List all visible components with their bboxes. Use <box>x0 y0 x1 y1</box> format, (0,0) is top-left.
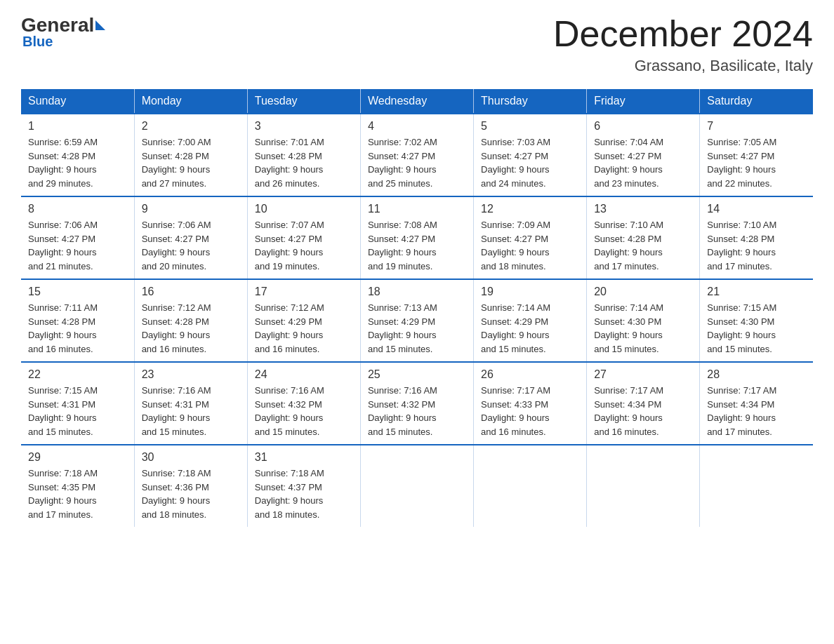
day-number: 13 <box>594 203 692 215</box>
day-info: Sunrise: 7:07 AMSunset: 4:27 PMDaylight:… <box>255 218 353 273</box>
page-header: General Blue December 2024 Grassano, Bas… <box>21 14 813 75</box>
calendar-day-cell: 9Sunrise: 7:06 AMSunset: 4:27 PMDaylight… <box>134 196 247 279</box>
day-info: Sunrise: 7:12 AMSunset: 4:29 PMDaylight:… <box>255 301 353 356</box>
day-info: Sunrise: 7:16 AMSunset: 4:31 PMDaylight:… <box>142 384 240 438</box>
day-number: 20 <box>594 286 692 298</box>
calendar-table: Sunday Monday Tuesday Wednesday Thursday… <box>21 89 813 527</box>
calendar-day-cell: 23Sunrise: 7:16 AMSunset: 4:31 PMDayligh… <box>134 362 247 445</box>
calendar-day-cell: 17Sunrise: 7:12 AMSunset: 4:29 PMDayligh… <box>247 279 360 362</box>
day-info: Sunrise: 7:18 AMSunset: 4:37 PMDaylight:… <box>255 467 353 521</box>
calendar-day-cell: 24Sunrise: 7:16 AMSunset: 4:32 PMDayligh… <box>247 362 360 445</box>
calendar-day-cell: 19Sunrise: 7:14 AMSunset: 4:29 PMDayligh… <box>474 279 587 362</box>
calendar-day-cell: 14Sunrise: 7:10 AMSunset: 4:28 PMDayligh… <box>700 196 813 279</box>
col-tuesday: Tuesday <box>247 89 360 114</box>
calendar-day-cell: 26Sunrise: 7:17 AMSunset: 4:33 PMDayligh… <box>474 362 587 445</box>
day-number: 24 <box>255 368 353 381</box>
calendar-day-cell <box>700 445 813 527</box>
day-info: Sunrise: 6:59 AMSunset: 4:28 PMDaylight:… <box>28 135 127 190</box>
calendar-day-cell: 15Sunrise: 7:11 AMSunset: 4:28 PMDayligh… <box>21 279 134 362</box>
day-number: 23 <box>142 368 240 381</box>
day-info: Sunrise: 7:12 AMSunset: 4:28 PMDaylight:… <box>142 301 240 356</box>
day-info: Sunrise: 7:08 AMSunset: 4:27 PMDaylight:… <box>368 218 466 273</box>
calendar-body: 1Sunrise: 6:59 AMSunset: 4:28 PMDaylight… <box>21 114 813 527</box>
day-number: 19 <box>481 286 579 298</box>
day-number: 25 <box>368 368 466 381</box>
col-sunday: Sunday <box>21 89 134 114</box>
calendar-day-cell: 30Sunrise: 7:18 AMSunset: 4:36 PMDayligh… <box>134 445 247 527</box>
calendar-day-cell: 7Sunrise: 7:05 AMSunset: 4:27 PMDaylight… <box>700 114 813 196</box>
day-number: 16 <box>142 286 240 298</box>
day-number: 15 <box>28 286 127 298</box>
calendar-day-cell <box>360 445 473 527</box>
day-info: Sunrise: 7:17 AMSunset: 4:33 PMDaylight:… <box>481 384 579 438</box>
day-number: 9 <box>142 203 240 215</box>
day-info: Sunrise: 7:09 AMSunset: 4:27 PMDaylight:… <box>481 218 579 273</box>
day-info: Sunrise: 7:06 AMSunset: 4:27 PMDaylight:… <box>142 218 240 273</box>
day-number: 18 <box>368 286 466 298</box>
day-number: 10 <box>255 203 353 215</box>
calendar-day-cell: 16Sunrise: 7:12 AMSunset: 4:28 PMDayligh… <box>134 279 247 362</box>
calendar-day-cell <box>587 445 700 527</box>
col-wednesday: Wednesday <box>360 89 473 114</box>
day-number: 27 <box>594 368 692 381</box>
day-number: 4 <box>368 120 466 133</box>
day-number: 8 <box>28 203 127 215</box>
calendar-day-cell: 25Sunrise: 7:16 AMSunset: 4:32 PMDayligh… <box>360 362 473 445</box>
calendar-day-cell: 27Sunrise: 7:17 AMSunset: 4:34 PMDayligh… <box>587 362 700 445</box>
calendar-day-cell: 3Sunrise: 7:01 AMSunset: 4:28 PMDaylight… <box>247 114 360 196</box>
day-number: 31 <box>255 451 353 464</box>
day-info: Sunrise: 7:16 AMSunset: 4:32 PMDaylight:… <box>255 384 353 438</box>
calendar-day-cell: 5Sunrise: 7:03 AMSunset: 4:27 PMDaylight… <box>474 114 587 196</box>
day-number: 26 <box>481 368 579 381</box>
calendar-day-cell: 4Sunrise: 7:02 AMSunset: 4:27 PMDaylight… <box>360 114 473 196</box>
day-info: Sunrise: 7:14 AMSunset: 4:29 PMDaylight:… <box>481 301 579 356</box>
calendar-week-row: 22Sunrise: 7:15 AMSunset: 4:31 PMDayligh… <box>21 362 813 445</box>
day-number: 11 <box>368 203 466 215</box>
day-info: Sunrise: 7:17 AMSunset: 4:34 PMDaylight:… <box>594 384 692 438</box>
calendar-day-cell: 10Sunrise: 7:07 AMSunset: 4:27 PMDayligh… <box>247 196 360 279</box>
day-number: 30 <box>142 451 240 464</box>
day-number: 17 <box>255 286 353 298</box>
day-number: 28 <box>707 368 806 381</box>
day-number: 3 <box>255 120 353 133</box>
calendar-day-cell: 8Sunrise: 7:06 AMSunset: 4:27 PMDaylight… <box>21 196 134 279</box>
title-block: December 2024 Grassano, Basilicate, Ital… <box>553 14 813 75</box>
calendar-week-row: 1Sunrise: 6:59 AMSunset: 4:28 PMDaylight… <box>21 114 813 196</box>
calendar-day-cell: 22Sunrise: 7:15 AMSunset: 4:31 PMDayligh… <box>21 362 134 445</box>
day-info: Sunrise: 7:11 AMSunset: 4:28 PMDaylight:… <box>28 301 127 356</box>
col-monday: Monday <box>134 89 247 114</box>
logo-arrow-icon <box>95 20 105 30</box>
day-info: Sunrise: 7:18 AMSunset: 4:36 PMDaylight:… <box>142 467 240 521</box>
col-thursday: Thursday <box>474 89 587 114</box>
logo: General Blue <box>21 14 107 50</box>
day-number: 14 <box>707 203 806 215</box>
calendar-day-cell: 31Sunrise: 7:18 AMSunset: 4:37 PMDayligh… <box>247 445 360 527</box>
day-number: 1 <box>28 120 127 133</box>
calendar-header: Sunday Monday Tuesday Wednesday Thursday… <box>21 89 813 114</box>
day-info: Sunrise: 7:03 AMSunset: 4:27 PMDaylight:… <box>481 135 579 190</box>
day-number: 5 <box>481 120 579 133</box>
day-number: 12 <box>481 203 579 215</box>
calendar-day-cell: 12Sunrise: 7:09 AMSunset: 4:27 PMDayligh… <box>474 196 587 279</box>
month-title: December 2024 <box>553 14 813 54</box>
calendar-day-cell: 6Sunrise: 7:04 AMSunset: 4:27 PMDaylight… <box>587 114 700 196</box>
location-text: Grassano, Basilicate, Italy <box>553 57 813 75</box>
calendar-day-cell: 21Sunrise: 7:15 AMSunset: 4:30 PMDayligh… <box>700 279 813 362</box>
day-number: 6 <box>594 120 692 133</box>
day-info: Sunrise: 7:02 AMSunset: 4:27 PMDaylight:… <box>368 135 466 190</box>
calendar-day-cell: 18Sunrise: 7:13 AMSunset: 4:29 PMDayligh… <box>360 279 473 362</box>
calendar-day-cell: 29Sunrise: 7:18 AMSunset: 4:35 PMDayligh… <box>21 445 134 527</box>
calendar-day-cell: 2Sunrise: 7:00 AMSunset: 4:28 PMDaylight… <box>134 114 247 196</box>
day-info: Sunrise: 7:10 AMSunset: 4:28 PMDaylight:… <box>707 218 806 273</box>
day-number: 29 <box>28 451 127 464</box>
calendar-week-row: 8Sunrise: 7:06 AMSunset: 4:27 PMDaylight… <box>21 196 813 279</box>
day-info: Sunrise: 7:00 AMSunset: 4:28 PMDaylight:… <box>142 135 240 190</box>
calendar-day-cell: 28Sunrise: 7:17 AMSunset: 4:34 PMDayligh… <box>700 362 813 445</box>
logo-blue-text: Blue <box>22 34 53 50</box>
day-info: Sunrise: 7:16 AMSunset: 4:32 PMDaylight:… <box>368 384 466 438</box>
col-friday: Friday <box>587 89 700 114</box>
day-info: Sunrise: 7:06 AMSunset: 4:27 PMDaylight:… <box>28 218 127 273</box>
calendar-day-cell: 13Sunrise: 7:10 AMSunset: 4:28 PMDayligh… <box>587 196 700 279</box>
calendar-day-cell: 11Sunrise: 7:08 AMSunset: 4:27 PMDayligh… <box>360 196 473 279</box>
day-number: 22 <box>28 368 127 381</box>
